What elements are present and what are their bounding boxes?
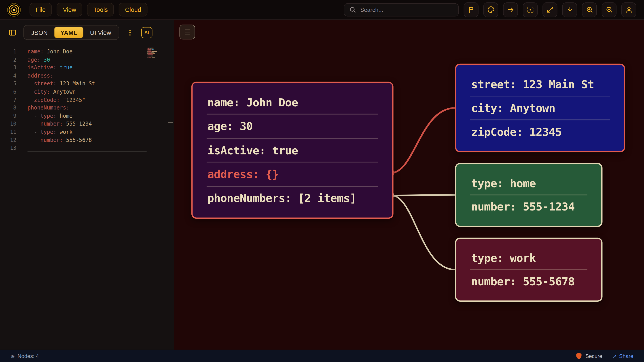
node-field: number: 555-5678	[470, 270, 587, 293]
line-content: number: 555-1234	[28, 120, 92, 128]
graph-canvas[interactable]: ☰ name: John Doeage: 30isActive: trueadd…	[174, 20, 644, 350]
dots-menu-icon	[126, 28, 134, 37]
line-number: 4	[0, 72, 16, 80]
node-field: age: 30	[206, 115, 378, 139]
expand-icon	[546, 6, 554, 14]
nodes-indicator-icon: ◉	[11, 353, 15, 359]
editor-line: 8phoneNumbers:	[0, 104, 173, 112]
statusbar-right: Secure ↗ Share	[575, 352, 633, 360]
line-number: 2	[0, 56, 16, 64]
menu-file[interactable]: File	[30, 3, 52, 16]
editor-minimap[interactable]	[147, 48, 158, 58]
line-content: - type: work	[28, 128, 72, 136]
node-field: phoneNumbers: [2 items]	[206, 187, 378, 210]
editor-line: 12 number: 555-5678	[0, 136, 173, 144]
download-icon	[566, 6, 574, 14]
node-field: type: home	[470, 172, 587, 196]
node-field: isActive: true	[206, 139, 378, 162]
graph-edge	[391, 195, 455, 195]
line-content: zipCode: "12345"	[28, 96, 86, 104]
line-content: - type: home	[28, 112, 72, 120]
node-field: zipCode: 12345	[470, 120, 610, 143]
line-content: number: 555-5678	[28, 136, 92, 144]
line-content: phoneNumbers:	[28, 104, 69, 112]
sidebar-icon	[8, 28, 17, 37]
palette-icon	[487, 6, 495, 14]
node-field: name: John Doe	[206, 91, 378, 115]
editor-lines: 1name: John Doe2age: 303isActive: true4a…	[0, 48, 173, 152]
zoom-in-button[interactable]	[582, 2, 597, 17]
zoom-out-button[interactable]	[602, 2, 616, 17]
editor-current-line	[28, 151, 147, 152]
search-icon	[348, 6, 356, 14]
menu-tools[interactable]: Tools	[87, 3, 114, 16]
left-panel: JSONYAMLUI View AI 1name: John Doe2age: …	[0, 20, 174, 350]
editor-line: 5 street: 123 Main St	[0, 80, 173, 88]
tab-yaml[interactable]: YAML	[54, 26, 84, 38]
ai-assistant-button[interactable]: AI	[141, 27, 152, 38]
line-number: 6	[0, 88, 16, 96]
secure-label: Secure	[586, 353, 602, 359]
sidebar-toggle-button[interactable]	[6, 26, 19, 39]
line-number: 5	[0, 80, 16, 88]
share-label: Share	[619, 353, 633, 359]
line-number: 13	[0, 144, 16, 152]
secure-badge[interactable]: Secure	[575, 352, 602, 360]
line-number: 10	[0, 120, 16, 128]
user-icon	[625, 6, 633, 14]
editor-line: 3isActive: true	[0, 64, 173, 72]
user-button[interactable]	[622, 2, 636, 17]
nodes-count: ◉ Nodes: 4	[11, 353, 39, 359]
line-content: city: Anytown	[28, 88, 76, 96]
line-number: 8	[0, 104, 16, 112]
editor-line: 6 city: Anytown	[0, 88, 173, 96]
node-root[interactable]: name: John Doeage: 30isActive: trueaddre…	[192, 82, 394, 219]
search-box[interactable]	[344, 3, 459, 16]
code-editor[interactable]: 1name: John Doe2age: 303isActive: true4a…	[0, 45, 173, 350]
tab-json[interactable]: JSON	[25, 26, 54, 38]
node-field: street: 123 Main St	[470, 73, 610, 96]
line-number: 1	[0, 48, 16, 56]
line-content: isActive: true	[28, 64, 72, 72]
canvas-menu-button[interactable]: ☰	[180, 24, 195, 39]
menu-cloud[interactable]: Cloud	[119, 3, 147, 16]
status-bar: ◉ Nodes: 4 Secure ↗ Share	[0, 350, 644, 362]
expand-button[interactable]	[542, 2, 557, 17]
menu-view[interactable]: View	[57, 3, 82, 16]
editor-line: 7 zipCode: "12345"	[0, 96, 173, 104]
logo-rings-icon	[6, 2, 21, 17]
line-content: street: 123 Main St	[28, 80, 95, 88]
palette-button[interactable]	[484, 2, 498, 17]
line-content: name: John Doe	[28, 48, 72, 56]
editor-line: 13	[0, 144, 173, 152]
app-logo[interactable]	[6, 2, 21, 17]
node-field: city: Anytown	[470, 96, 610, 120]
editor-line: 10 number: 555-1234	[0, 120, 173, 128]
download-button[interactable]	[562, 2, 577, 17]
menu-bar: FileViewToolsCloud	[30, 3, 147, 16]
share-button[interactable]: ↗ Share	[612, 353, 633, 359]
focus-button[interactable]	[523, 2, 538, 17]
nodes-count-label: Nodes: 4	[18, 353, 39, 359]
node-field: type: work	[470, 247, 587, 270]
more-options-button[interactable]	[124, 26, 137, 39]
graph-edge	[391, 108, 455, 173]
zoom-in-icon	[586, 6, 593, 14]
tab-ui-view[interactable]: UI View	[84, 26, 118, 38]
node-phone-work[interactable]: type: worknumber: 555-5678	[455, 238, 602, 302]
arrow-right-button[interactable]	[503, 2, 518, 17]
editor-line: 4address:	[0, 72, 173, 80]
panel-resize-handle[interactable]	[168, 122, 173, 123]
editor-line: 9 - type: home	[0, 112, 173, 120]
flag-button[interactable]	[464, 2, 478, 17]
line-number: 9	[0, 112, 16, 120]
search-input[interactable]	[360, 6, 454, 13]
node-phone-home[interactable]: type: homenumber: 555-1234	[455, 163, 602, 227]
line-number: 12	[0, 136, 16, 144]
graph-edge	[391, 195, 455, 270]
shield-icon	[575, 352, 583, 360]
node-field: number: 555-1234	[470, 195, 587, 218]
app-window: FileViewToolsCloud JSONYAMLUI View AI	[0, 0, 644, 362]
arrow-right-icon	[507, 6, 514, 14]
node-address[interactable]: street: 123 Main Stcity: AnytownzipCode:…	[455, 64, 625, 152]
